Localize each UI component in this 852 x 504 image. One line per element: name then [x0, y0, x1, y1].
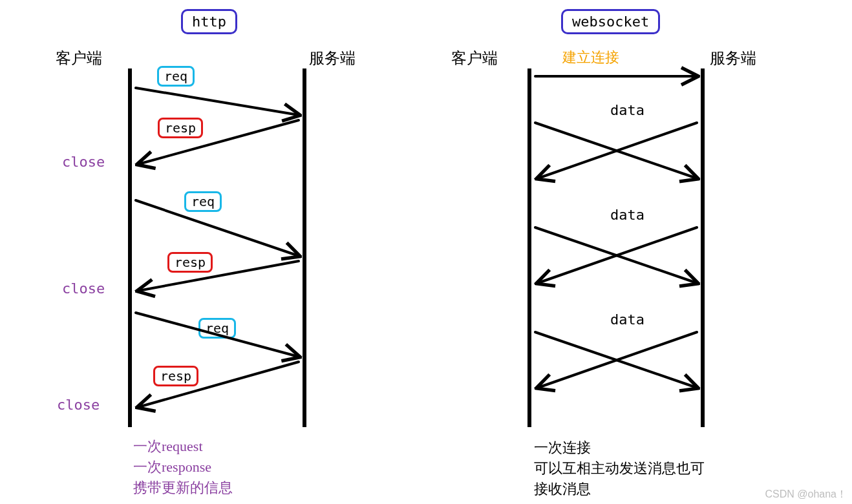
watermark: CSDN @ohana！	[765, 488, 847, 501]
http-server-label: 服务端	[309, 48, 356, 68]
http-req-2: req	[184, 191, 222, 212]
http-title-box: http	[181, 9, 237, 34]
ws-note-2: 可以互相主动发送消息也可	[534, 457, 705, 479]
ws-note-1: 一次连接	[534, 437, 591, 458]
ws-server-lifeline	[701, 68, 705, 427]
http-server-lifeline	[303, 68, 306, 427]
http-note-3: 携带更新的信息	[133, 478, 233, 498]
ws-title-box: websocket	[561, 9, 660, 34]
ws-server-label: 服务端	[710, 48, 756, 68]
ws-title: websocket	[572, 14, 649, 30]
ws-data-1: data	[610, 102, 644, 118]
ws-data-3: data	[610, 311, 644, 328]
http-close-2: close	[62, 280, 105, 297]
ws-data-2: data	[610, 207, 644, 223]
http-req-1: req	[157, 66, 195, 87]
http-resp-3: resp	[153, 366, 198, 386]
http-note-1: 一次request	[133, 437, 203, 456]
ws-connect-label: 建立连接	[562, 48, 619, 67]
http-close-3: close	[57, 397, 100, 413]
http-close-1: close	[62, 154, 105, 170]
http-resp-2: resp	[167, 252, 213, 273]
ws-client-lifeline	[527, 68, 531, 427]
http-resp-1: resp	[158, 118, 203, 138]
http-client-label: 客户端	[56, 48, 102, 68]
http-client-lifeline	[128, 68, 132, 427]
ws-client-label: 客户端	[451, 48, 498, 68]
ws-note-3: 接收消息	[534, 478, 591, 499]
http-title: http	[192, 14, 226, 30]
http-note-2: 一次response	[133, 457, 211, 477]
http-req-3: req	[198, 318, 236, 339]
